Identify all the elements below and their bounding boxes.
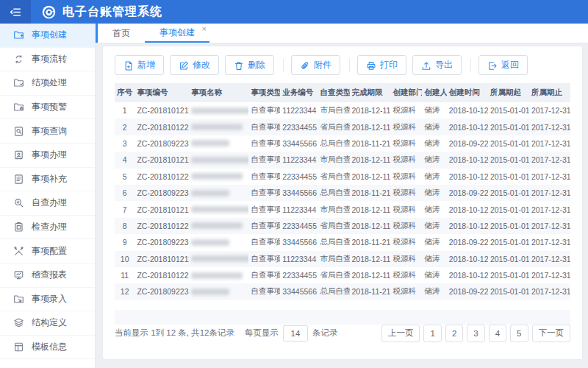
sidebar-item-7[interactable]: 事项补充 xyxy=(0,168,95,192)
table-row[interactable]: 11ZC-2018101222自查事项22334455省局自查2018-12-1… xyxy=(115,267,570,283)
table-row[interactable]: 2ZC-2018101222自查事项22334455省局自查2018-12-11… xyxy=(115,118,570,135)
table-row[interactable]: 5ZC-2018101222自查事项22334455省局自查2018-12-11… xyxy=(115,169,570,185)
tab-2[interactable]: 事项创建× xyxy=(145,24,209,43)
cell-row-number: 12 xyxy=(115,283,135,300)
sidebar-item-label: 稽查报表 xyxy=(32,269,67,281)
cell-dept: 税源科 xyxy=(391,201,423,217)
sidebar-item-1[interactable]: 事项创建 xyxy=(0,24,95,48)
prev-page-button[interactable]: 上一页 xyxy=(381,325,420,342)
cell-dept: 税源科 xyxy=(391,234,423,250)
sidebar-item-2[interactable]: 事项流转 xyxy=(0,48,95,72)
toolbar-divider xyxy=(470,59,471,72)
cell-deadline: 2018-12-11 xyxy=(350,152,391,168)
cell-period_start: 2015-01-01 xyxy=(488,118,529,135)
cell-self_type: 市局自查 xyxy=(318,201,350,217)
cell-code: ZC-2018101211 xyxy=(135,251,189,267)
page-button-3[interactable]: 3 xyxy=(467,325,484,342)
sidebar-item-label: 自查办理 xyxy=(32,197,67,209)
table-row[interactable]: 4ZC-2018101211自查事项11223344市局自查2018-12-11… xyxy=(115,152,570,168)
sidebar-item-3[interactable]: 结项处理 xyxy=(0,71,95,96)
column-header-所属期止: 所属期止 xyxy=(529,83,570,102)
pagination-summary: 当前显示 1到 12 条, 共12条记录 xyxy=(115,328,234,339)
cell-creator: 储涛 xyxy=(422,201,446,217)
sidebar-item-label: 事项补充 xyxy=(32,173,67,185)
toolbar-button-新增[interactable]: 新增 xyxy=(115,55,164,75)
cell-code: ZC-2018101222 xyxy=(135,267,189,283)
redacted-name-bar xyxy=(191,255,248,262)
sidebar-item-label: 检查办理 xyxy=(32,221,67,233)
page-button-2[interactable]: 2 xyxy=(445,325,463,342)
redacted-name-bar xyxy=(191,239,229,246)
page-button-1[interactable]: 1 xyxy=(423,325,441,342)
sidebar-item-10[interactable]: 事项配置 xyxy=(0,239,95,263)
tools-icon xyxy=(12,245,24,257)
next-page-button[interactable]: 下一页 xyxy=(532,325,571,342)
cell-type: 自查事项 xyxy=(248,118,280,135)
sidebar-item-label: 结构定义 xyxy=(32,316,67,329)
sidebar-nav: 事项创建事项流转结项处理事项预警事项查询事项办理事项补充自查办理检查办理事项配置… xyxy=(0,24,96,368)
cell-biz_no: 22334455 xyxy=(280,267,318,283)
app-logo-icon xyxy=(41,4,57,20)
cell-code: ZC-2018101222 xyxy=(135,218,189,234)
cell-type: 自查事项 xyxy=(248,152,280,168)
cell-type: 自查事项 xyxy=(248,201,280,217)
table-row[interactable]: 9ZC-2018092233自查事项33445566总局自查2018-11-21… xyxy=(115,234,570,250)
table-row[interactable]: 6ZC-2018092233自查事项33445566总局自查2018-11-21… xyxy=(115,185,570,201)
table-row[interactable]: 1ZC-2018101211自查事项11223344市局自查2018-12-11… xyxy=(115,102,570,118)
sidebar-item-8[interactable]: 自查办理 xyxy=(0,191,95,216)
redacted-name-bar xyxy=(191,222,243,229)
cell-item-name-redacted xyxy=(189,185,248,201)
toolbar-button-导出[interactable]: 导出 xyxy=(412,55,462,75)
page-button-4[interactable]: 4 xyxy=(489,325,506,342)
cell-type: 自查事项 xyxy=(248,251,280,267)
cell-period_end: 2017-12-31 xyxy=(529,267,570,283)
sidebar-collapse-button[interactable] xyxy=(0,0,31,24)
table-row[interactable]: 10ZC-2018101211自查事项11223344市局自查2018-12-1… xyxy=(115,251,570,267)
doc-edit-icon xyxy=(12,173,24,185)
tab-close-icon[interactable]: × xyxy=(202,25,207,33)
sidebar-item-14[interactable]: 模板信息 xyxy=(0,336,95,360)
toolbar-button-删除[interactable]: 删除 xyxy=(225,55,274,75)
tab-bar: 首页事项创建× xyxy=(96,24,588,43)
cell-created: 2018-10-12 xyxy=(447,218,488,234)
folder-check-icon xyxy=(12,77,24,89)
cell-deadline: 2018-12-11 xyxy=(350,267,391,283)
cell-deadline: 2018-12-11 xyxy=(350,169,391,185)
sidebar-item-6[interactable]: 事项办理 xyxy=(0,144,95,168)
cell-deadline: 2018-12-11 xyxy=(350,201,391,217)
table-row[interactable]: 7ZC-2018101211自查事项11223344市局自查2018-12-11… xyxy=(115,201,570,217)
tab-1[interactable]: 首页 xyxy=(98,24,145,43)
table-row[interactable]: 8ZC-2018101222自查事项22334455省局自查2018-12-11… xyxy=(115,218,570,234)
cell-created: 2018-09-22 xyxy=(447,135,488,152)
column-header-事项类型: 事项类型 xyxy=(248,83,280,102)
table-row[interactable]: 12ZC-2018092233自查事项33445566总局自查2018-11-2… xyxy=(115,283,570,300)
sidebar-item-label: 事项办理 xyxy=(32,149,67,161)
cell-creator: 储涛 xyxy=(422,152,446,168)
cell-created: 2018-10-12 xyxy=(447,169,488,185)
sidebar-item-4[interactable]: 事项预警 xyxy=(0,96,95,120)
cell-type: 自查事项 xyxy=(248,135,280,152)
cell-created: 2018-09-22 xyxy=(447,185,488,201)
toolbar-button-修改[interactable]: 修改 xyxy=(170,55,219,75)
table-row[interactable]: 3ZC-2018092233自查事项33445566总局自查2018-11-21… xyxy=(115,135,570,152)
sidebar-item-5[interactable]: 事项查询 xyxy=(0,119,95,144)
toolbar-button-返回[interactable]: 返回 xyxy=(478,55,528,75)
cell-row-number: 7 xyxy=(115,201,135,217)
column-header-创建时间: 创建时间 xyxy=(447,83,488,102)
sidebar-item-9[interactable]: 检查办理 xyxy=(0,216,95,240)
column-header-自查类型: 自查类型 xyxy=(318,83,350,102)
table-header-row: 序号事项编号事项名称事项类型业务编号自查类型完成期限创建部门创建人创建时间所属期… xyxy=(115,83,570,102)
cell-period_start: 2015-01-01 xyxy=(488,152,529,168)
cell-self_type: 省局自查 xyxy=(318,267,350,283)
cell-code: ZC-2018101222 xyxy=(135,169,189,185)
sidebar-item-11[interactable]: 稽查报表 xyxy=(0,263,95,288)
toolbar-button-附件[interactable]: 附件 xyxy=(291,55,340,75)
sidebar-item-13[interactable]: 结构定义 xyxy=(0,311,95,336)
collapse-menu-icon xyxy=(10,6,22,18)
cell-self_type: 总局自查 xyxy=(318,283,350,300)
page-size-input[interactable] xyxy=(283,325,308,342)
page-button-5[interactable]: 5 xyxy=(510,325,528,342)
cell-period_end: 2017-12-31 xyxy=(529,251,570,267)
sidebar-item-12[interactable]: 事项录入 xyxy=(0,288,95,312)
toolbar-button-打印[interactable]: 打印 xyxy=(357,55,406,75)
